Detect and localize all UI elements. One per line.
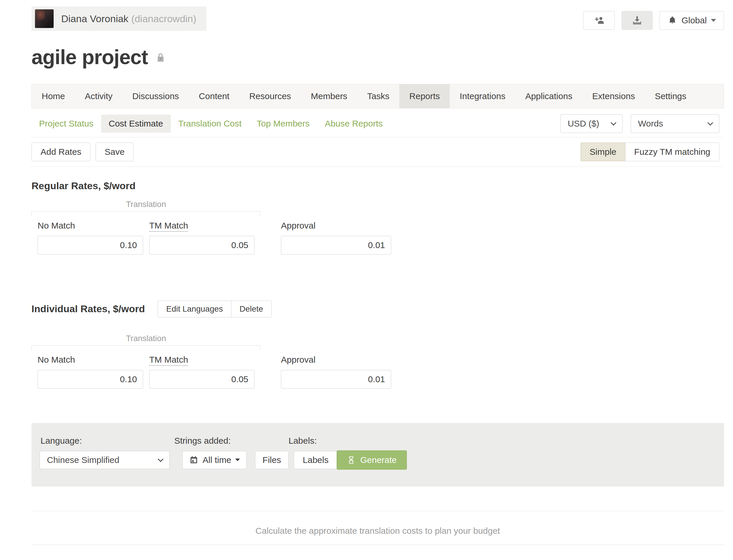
hourglass-icon [347, 456, 356, 464]
unit-select[interactable]: Words [631, 114, 719, 133]
tab-home[interactable]: Home [32, 84, 75, 108]
generate-label: Generate [360, 455, 397, 465]
user-name: Diana Voroniak [61, 13, 129, 24]
rate-inputs-row [31, 236, 724, 254]
top-bar: Diana Voroniak (dianacrowdin) [31, 6, 724, 31]
tab-integrations[interactable]: Integrations [450, 84, 515, 108]
individual-rates-actions: Edit Languages Delete [158, 301, 272, 317]
notifications-label: Global [681, 15, 707, 25]
notifications-button[interactable]: Global [660, 11, 724, 30]
labels-label: Labels: [289, 436, 317, 446]
generate-button[interactable]: Generate [337, 450, 407, 470]
title-row: agile project [31, 47, 724, 68]
page-container: Diana Voroniak (dianacrowdin) [31, 0, 724, 545]
reports-subnav: Project Status Cost Estimate Translation… [31, 114, 724, 133]
subtab-translation-cost[interactable]: Translation Cost [171, 115, 249, 133]
tab-discussions[interactable]: Discussions [122, 84, 189, 108]
rates-mode-switch: Simple Fuzzy TM matching [581, 143, 719, 161]
tab-activity[interactable]: Activity [75, 84, 122, 108]
strings-added-label: Strings added: [174, 436, 231, 446]
top-actions: Global [583, 11, 724, 30]
no-match-rate-input[interactable] [38, 370, 143, 389]
translation-group-label: Translation [31, 200, 261, 209]
approval-label: Approval [281, 355, 315, 365]
tab-reports[interactable]: Reports [399, 84, 450, 108]
rate-inputs-row [31, 370, 724, 389]
translation-group-label: Translation [31, 334, 261, 343]
tab-resources[interactable]: Resources [239, 84, 301, 108]
lock-icon [155, 52, 166, 64]
project-nav: Home Activity Discussions Content Resour… [31, 84, 724, 108]
avatar [35, 9, 54, 28]
individual-rates-title: Individual Rates, $/word [31, 303, 145, 315]
labels-button[interactable]: Labels [294, 451, 338, 469]
subtab-cost-estimate[interactable]: Cost Estimate [101, 115, 171, 133]
files-button[interactable]: Files [255, 451, 289, 469]
save-button[interactable]: Save [96, 143, 134, 161]
language-select[interactable]: Chinese Simplified [40, 451, 170, 469]
tm-match-label[interactable]: TM Match [149, 221, 188, 232]
tab-settings[interactable]: Settings [645, 84, 696, 108]
add-person-icon [593, 15, 605, 26]
divider [31, 545, 724, 545]
delete-button[interactable]: Delete [231, 301, 272, 317]
approval-rate-input[interactable] [281, 236, 391, 254]
tab-content[interactable]: Content [189, 84, 239, 108]
no-match-label: No Match [38, 355, 75, 365]
subtab-top-members[interactable]: Top Members [249, 115, 318, 133]
currency-select[interactable]: USD ($) [560, 114, 622, 133]
user-login: (dianacrowdin) [132, 13, 197, 24]
time-range-button[interactable]: All time [183, 451, 247, 469]
mode-simple-button[interactable]: Simple [581, 143, 625, 161]
rates-toolbar: Add Rates Save Simple Fuzzy TM matching [31, 137, 724, 167]
subtab-project-status[interactable]: Project Status [31, 115, 101, 133]
rate-labels-row: No Match TM Match Approval [31, 355, 724, 366]
translation-group-bracket [31, 345, 261, 350]
mode-fuzzy-button[interactable]: Fuzzy TM matching [625, 143, 719, 161]
tm-match-rate-input[interactable] [149, 370, 255, 389]
tab-extensions[interactable]: Extensions [582, 84, 645, 108]
edit-languages-button[interactable]: Edit Languages [158, 301, 232, 317]
download-button[interactable] [622, 11, 653, 30]
tm-match-rate-input[interactable] [149, 236, 255, 254]
no-match-rate-input[interactable] [38, 236, 143, 254]
download-icon [631, 14, 643, 27]
invite-button[interactable] [583, 11, 615, 30]
footer-hint: Calculate the approximate translation co… [31, 526, 724, 536]
no-match-label: No Match [38, 221, 75, 231]
tm-match-label[interactable]: TM Match [149, 355, 188, 366]
subtab-abuse-reports[interactable]: Abuse Reports [318, 115, 390, 133]
calendar-icon [189, 455, 199, 465]
user-chip[interactable]: Diana Voroniak (dianacrowdin) [31, 6, 206, 31]
divider [31, 511, 724, 511]
page-title: agile project [31, 47, 148, 68]
bell-icon [667, 15, 677, 25]
caret-down-icon [711, 19, 716, 22]
regular-rates-section: Regular Rates, $/word Translation No Mat… [31, 180, 724, 254]
translation-group-bracket [31, 211, 261, 216]
report-filters: USD ($) Words [560, 114, 719, 133]
tab-members[interactable]: Members [301, 84, 357, 108]
report-generator-panel: Language: Strings added: Labels: Chinese… [31, 423, 724, 487]
language-label: Language: [41, 436, 82, 446]
individual-rates-section: Individual Rates, $/word Edit Languages … [31, 301, 724, 389]
regular-rates-title: Regular Rates, $/word [31, 180, 724, 192]
approval-label: Approval [281, 221, 315, 231]
add-rates-button[interactable]: Add Rates [31, 143, 90, 161]
approval-rate-input[interactable] [281, 370, 391, 389]
time-range-value: All time [203, 455, 231, 465]
caret-down-icon [235, 459, 240, 461]
rate-labels-row: No Match TM Match Approval [31, 221, 724, 232]
tab-tasks[interactable]: Tasks [357, 84, 399, 108]
tab-applications[interactable]: Applications [515, 84, 582, 108]
